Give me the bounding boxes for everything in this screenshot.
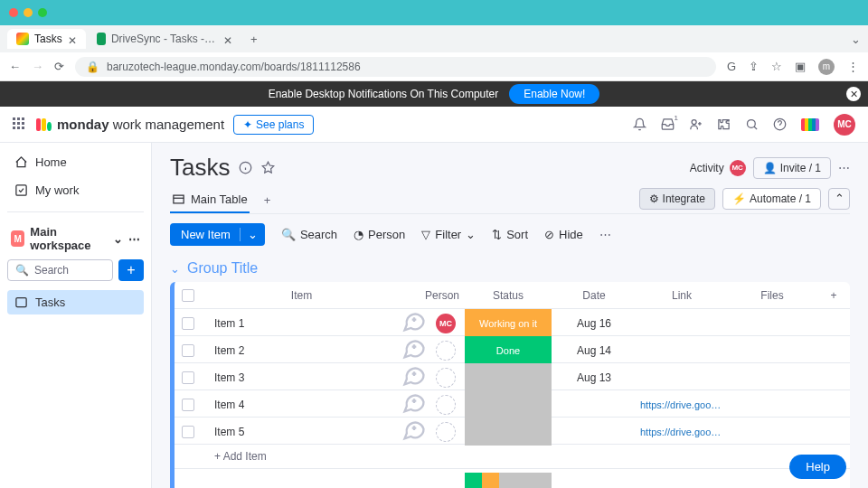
bell-icon[interactable] <box>633 117 646 131</box>
see-plans-button[interactable]: ✦ See plans <box>233 115 314 135</box>
chat-icon[interactable] <box>401 336 427 364</box>
row-checkbox[interactable] <box>182 426 194 438</box>
star-icon[interactable]: ☆ <box>771 60 782 73</box>
sidebar-mywork[interactable]: My work <box>7 178 144 202</box>
panel-icon[interactable]: ▣ <box>795 60 806 73</box>
date-cell[interactable]: Aug 13 <box>552 371 637 384</box>
reload-icon[interactable]: ⟳ <box>54 60 64 73</box>
sidebar-home[interactable]: Home <box>7 150 144 174</box>
info-icon[interactable] <box>239 161 252 174</box>
col-person[interactable]: Person <box>420 289 465 302</box>
inbox-icon[interactable]: 1 <box>661 117 675 131</box>
col-date[interactable]: Date <box>552 289 637 302</box>
gsearch-icon[interactable]: G <box>727 60 736 73</box>
puzzle-icon[interactable] <box>717 117 731 131</box>
activity-button[interactable]: ActivityMC <box>690 160 746 176</box>
more-icon[interactable]: ⋯ <box>838 161 850 174</box>
person-cell[interactable] <box>427 341 465 361</box>
close-icon[interactable]: ✕ <box>223 34 232 43</box>
col-link[interactable]: Link <box>637 289 727 302</box>
chat-icon[interactable] <box>401 418 427 446</box>
table-row[interactable]: Item 2 Done Aug 14 <box>175 336 850 363</box>
item-name[interactable]: Item 3 <box>202 371 401 384</box>
select-all-checkbox[interactable] <box>182 289 194 302</box>
item-name[interactable]: Item 4 <box>202 399 401 411</box>
invite-button[interactable]: 👤Invite / 1 <box>753 157 831 179</box>
new-item-button[interactable]: New Item⌄ <box>170 223 265 246</box>
item-name[interactable]: Item 1 <box>202 317 401 330</box>
collapse-button[interactable]: ⌃ <box>828 188 850 210</box>
star-icon[interactable] <box>261 161 275 174</box>
add-item-row[interactable]: + Add Item <box>175 445 850 469</box>
browser-tab[interactable]: DriveSync - Tasks - Google Dr ✕ <box>88 29 241 49</box>
close-icon[interactable]: ✕ <box>846 87 861 101</box>
chat-icon[interactable] <box>401 309 427 337</box>
date-cell[interactable]: Aug 16 <box>552 317 637 330</box>
add-view-button[interactable]: + <box>260 190 275 211</box>
item-name[interactable]: Item 2 <box>202 344 401 357</box>
status-cell[interactable] <box>465 390 552 418</box>
status-cell[interactable] <box>465 363 552 391</box>
sidebar-search[interactable]: 🔍Search <box>7 259 113 281</box>
url-input[interactable]: 🔒 baruzotech-league.monday.com/boards/18… <box>75 57 716 77</box>
row-checkbox[interactable] <box>182 371 194 384</box>
group-header[interactable]: ⌄ Group Title <box>170 260 850 277</box>
add-column-button[interactable]: + <box>817 289 850 302</box>
table-row[interactable]: Item 1 MC Working on it Aug 16 <box>175 309 850 336</box>
enable-now-button[interactable]: Enable Now! <box>509 84 599 104</box>
tab-dropdown-icon[interactable]: ⌄ <box>851 33 861 46</box>
close-dot[interactable] <box>9 8 18 17</box>
search-icon[interactable] <box>745 117 759 131</box>
integrate-button[interactable]: ⚙Integrate <box>639 188 715 210</box>
hide-tool[interactable]: ⊘Hide <box>544 228 583 241</box>
table-row[interactable]: Item 3 Aug 13 <box>175 363 850 390</box>
add-board-button[interactable]: + <box>118 259 144 281</box>
monday-logo-icon[interactable] <box>801 118 819 131</box>
item-name[interactable]: Item 5 <box>202 426 401 438</box>
help-button[interactable]: Help <box>789 455 846 479</box>
status-cell[interactable] <box>465 418 552 446</box>
invite-icon[interactable] <box>689 117 703 131</box>
user-avatar[interactable]: MC <box>834 114 855 136</box>
min-dot[interactable] <box>24 8 33 17</box>
browser-tab-active[interactable]: Tasks ✕ <box>7 29 86 49</box>
forward-icon[interactable]: → <box>32 60 43 73</box>
more-icon[interactable]: ⋯ <box>599 228 611 241</box>
back-icon[interactable]: ← <box>9 60 21 73</box>
row-checkbox[interactable] <box>182 399 194 411</box>
person-cell[interactable]: MC <box>427 314 465 333</box>
person-tool[interactable]: ◔Person <box>354 228 405 241</box>
row-checkbox[interactable] <box>182 317 194 330</box>
brand-logo[interactable]: monday work management <box>36 117 224 132</box>
workspace-selector[interactable]: M Main workspace ⌄ ⋯ <box>7 221 144 256</box>
col-status[interactable]: Status <box>465 289 552 302</box>
chat-icon[interactable] <box>401 363 427 391</box>
link-cell[interactable]: https://drive.google... <box>637 399 727 410</box>
profile-avatar[interactable]: m <box>818 59 835 75</box>
share-icon[interactable]: ⇪ <box>749 60 759 73</box>
date-cell[interactable]: Aug 14 <box>552 344 637 357</box>
apps-grid-icon[interactable] <box>13 117 27 132</box>
menu-icon[interactable]: ⋮ <box>847 60 859 73</box>
person-cell[interactable] <box>427 422 465 442</box>
sidebar-board-tasks[interactable]: Tasks <box>7 290 144 314</box>
help-icon[interactable] <box>773 117 787 131</box>
row-checkbox[interactable] <box>182 344 194 357</box>
chat-icon[interactable] <box>401 390 427 418</box>
new-tab-button[interactable]: + <box>243 28 265 50</box>
filter-tool[interactable]: ▽Filter ⌄ <box>421 228 476 241</box>
link-cell[interactable]: https://drive.google... <box>637 427 727 437</box>
chevron-down-icon[interactable]: ⌄ <box>240 228 258 241</box>
automate-button[interactable]: ⚡Automate / 1 <box>722 188 821 210</box>
sort-tool[interactable]: ⇅Sort <box>492 228 528 241</box>
table-row[interactable]: Item 4 https://drive.google... <box>175 390 850 418</box>
close-icon[interactable]: ✕ <box>68 34 77 43</box>
status-cell[interactable]: Done <box>465 336 552 364</box>
view-tab-main-table[interactable]: Main Table <box>170 187 250 213</box>
search-tool[interactable]: 🔍Search <box>281 228 337 241</box>
max-dot[interactable] <box>38 8 47 17</box>
col-files[interactable]: Files <box>727 289 817 302</box>
person-cell[interactable] <box>427 395 465 415</box>
status-cell[interactable]: Working on it <box>465 309 552 337</box>
table-row[interactable]: Item 5 https://drive.google... <box>175 418 850 445</box>
